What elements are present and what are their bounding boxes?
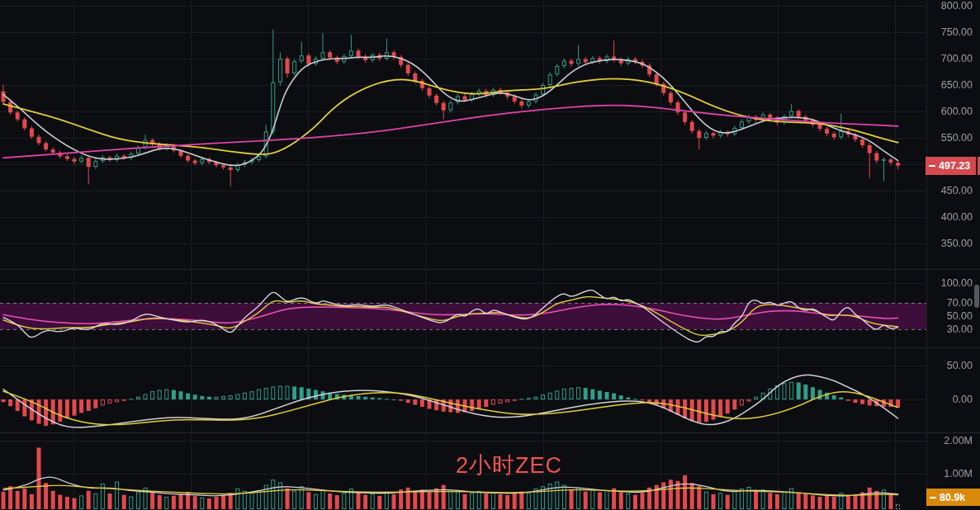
axis-tick-label: 800.00 xyxy=(941,0,973,12)
price-tick-dash-icon xyxy=(929,165,935,167)
current-price-value: 497.23 xyxy=(939,160,970,172)
axis-tick-label: 700.00 xyxy=(941,52,973,65)
current-price-badge: 497.23 xyxy=(926,157,976,175)
axis-tick-label: 50.00 xyxy=(947,309,973,323)
chart-canvas[interactable] xyxy=(0,0,980,510)
axis-tick-label: 350.00 xyxy=(941,237,973,250)
axis-tick-label: 30.00 xyxy=(947,323,973,336)
axis-tick-label: 50.00 xyxy=(947,359,973,372)
current-volume-badge: 80.9k xyxy=(926,489,980,506)
chart-title: 2小时ZEC xyxy=(456,451,562,480)
price-axis[interactable]: 800.00750.00700.00650.00600.00550.00450.… xyxy=(926,0,980,510)
axis-tick-label: 550.00 xyxy=(941,131,973,144)
axis-tick-label: 450.00 xyxy=(941,184,973,197)
axis-tick-label: 0.00 xyxy=(953,393,973,406)
axis-tick-label: 70.00 xyxy=(947,296,973,309)
axis-tick-label: 400.00 xyxy=(941,210,973,224)
volume-tick-dash-icon xyxy=(930,497,936,498)
axis-tick-label: 650.00 xyxy=(941,78,973,92)
axis-tick-label: 750.00 xyxy=(941,26,973,39)
scrollbar-thumb[interactable] xyxy=(974,285,979,308)
axis-tick-label: 2.00M xyxy=(944,434,973,447)
trading-chart-screen: 2小时ZEC 800.00750.00700.00650.00600.00550… xyxy=(0,0,980,510)
axis-tick-label: 1.00M xyxy=(944,467,973,480)
current-volume-value: 80.9k xyxy=(940,492,965,503)
axis-tick-label: 600.00 xyxy=(941,105,973,118)
axis-tick-label: 100.00 xyxy=(941,276,973,290)
